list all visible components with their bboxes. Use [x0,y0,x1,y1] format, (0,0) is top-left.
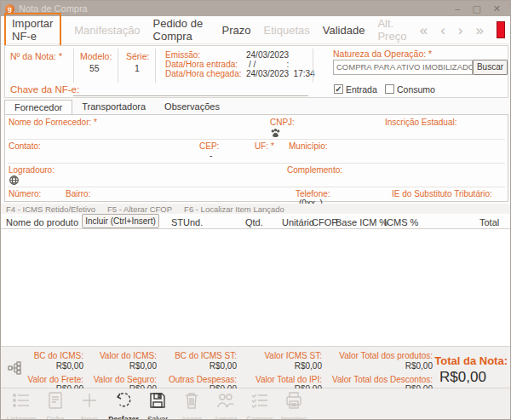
listagem-button[interactable]: Listagem [4,390,38,420]
bottom-toolbar: Listagem Ficha Novo Desfazer Salvar Apag… [1,388,510,420]
uf-field[interactable] [255,151,280,161]
col-st: ST [171,217,183,227]
cnpj-field[interactable] [286,127,371,137]
product-table-header: Nome do produto Incluir (Ctrl+Insert) ST… [1,214,510,229]
shortcut-f4: F4 - ICMS Retido/Efetivo [6,204,95,214]
inscricao-estadual-field[interactable] [385,127,504,137]
nome-fornecedor-field[interactable] [9,127,256,137]
trash-icon [181,390,202,414]
incluir-button[interactable]: Incluir (Ctrl+Insert) [82,214,159,228]
totals-col-5: Valor Total dos produtos: R$0,00 Valor T… [324,347,433,394]
tab-transportadora[interactable]: Transportadora [72,100,155,114]
tab-fornecedor[interactable]: Fornecedor [4,100,72,114]
cep-label: CEP: [199,141,219,151]
bc-icms-st-value: R$0,00 [163,361,237,371]
plus-icon [79,390,100,414]
fields-icon [250,390,270,414]
maximize-button[interactable]: ▢ [472,3,480,14]
col-unitario: Unitário [282,217,314,227]
consumo-checkbox[interactable] [385,84,394,94]
buscar-button[interactable]: Buscar [473,60,508,75]
totals-col-1: BC do ICMS: R$0,00 Valor do Frete: R$0,0… [18,347,83,394]
nav-last-icon[interactable]: » [476,23,484,37]
total-descontos-label: Valor Total dos Descontos: [324,375,433,384]
natureza-label: Natureza da Operação: * [333,49,432,59]
undo-icon [113,390,134,414]
imprime-button[interactable]: Imprime [277,390,311,420]
entrada-checkbox-label[interactable]: Entrada [346,84,377,95]
desfazer-button[interactable]: Desfazer [106,390,141,420]
ie-substituto-label: IE do Substituto Tributário: [392,189,492,198]
total-da-nota-label: Total da Nota: [431,354,508,367]
bc-icms-st-label: BC do ICMS ST: [163,351,237,360]
contato-field[interactable] [9,151,179,161]
titlebar: g Nota de Compra – ▢ ✕ [1,1,510,16]
save-icon [147,390,168,414]
entrada-checkbox[interactable]: ✓ [334,84,343,94]
shortcut-f5: F5 - Alterar CFOP [107,204,172,214]
outras-despesas-label: Outras Despesas: [163,375,237,384]
nav-prev-icon[interactable]: ‹ [440,23,445,37]
novo-button[interactable]: Novo [72,390,106,420]
logradouro-field[interactable] [24,174,262,184]
group-icon [215,390,236,414]
modelo-label: Modelo: [80,51,112,61]
menu-etiquetas: Etiquetas [264,24,310,37]
product-list-area[interactable] [1,229,510,346]
uf-label: UF: * [255,141,274,151]
entrada-value: / / : [249,60,289,69]
col-total: Total [479,217,499,227]
chave-nfe-field[interactable] [73,95,308,96]
close-button[interactable]: ✕ [493,3,501,14]
exit-red-button[interactable] [497,21,505,38]
shortcut-bar: F4 - ICMS Retido/Efetivo F5 - Alterar CF… [1,204,510,214]
col-qtd: Qtd. [245,217,263,227]
salvar-button[interactable]: Salvar [141,390,175,420]
ficha-button[interactable]: Ficha [38,390,72,420]
seguro-label: Valor do Seguro: [89,375,157,384]
shortcut-f6: F6 - Localizar Item Lançado [184,204,284,214]
emissao-value: 24/03/2023 [246,50,289,60]
total-produtos-label: Valor Total dos produtos: [324,351,433,360]
bairro-label: Bairro: [66,189,90,198]
totals-panel: BC do ICMS: R$0,00 Valor do Frete: R$0,0… [1,346,510,388]
entrada-label: Data/Hora entrada: [165,60,238,69]
consumo-checkbox-label[interactable]: Consumo [397,84,435,95]
campos-button[interactable]: Campos [243,390,277,420]
minimize-button[interactable]: – [455,3,460,14]
nav-first-icon[interactable]: « [420,23,428,37]
inscricao-estadual-label: Inscrição Estadual: [385,118,457,127]
cep-value[interactable]: - [210,151,212,160]
agrupa-button[interactable]: Agrupa [209,390,243,420]
complemento-field[interactable] [287,175,474,185]
tab-observacoes[interactable]: Observações [155,100,229,114]
menu-validade[interactable]: Validade [323,24,365,37]
municipio-field[interactable] [289,151,476,161]
totals-col-4: Valor ICMS ST: R$0,00 Valor Total do IPI… [244,347,322,394]
nota-label: Nº da Nota: * [10,51,62,61]
total-da-nota-value: R$0,00 [422,369,503,386]
natureza-input[interactable]: COMPRA PARA ATIVO IMOBILIZADO [333,60,473,75]
chegada-label: Data/Hora chegada: [165,69,242,78]
municipio-label: Município: [289,141,328,151]
list-icon [11,390,32,414]
col-cfop: CFOP [312,217,338,227]
emissao-label: Emissão: [165,50,200,60]
bc-icms-value: R$0,00 [18,361,83,371]
nome-fornecedor-label: Nome do Fornecedor: * [9,118,97,127]
apaga-button[interactable]: Apaga [175,390,209,420]
nav-next-icon[interactable]: › [458,23,463,37]
menu-manifestacao: Manifestação [74,24,140,37]
chave-label: Chave da NF-e: [10,84,79,95]
printer-icon [284,390,304,414]
complemento-label: Complemento: [287,165,342,175]
nota-numero-field[interactable] [10,63,70,73]
total-produtos-value: R$0,00 [324,361,433,371]
app-icon: g [5,4,14,14]
valor-icms-value: R$0,00 [89,361,157,371]
menu-importar-nfe[interactable]: Importar NF-e [4,13,61,47]
serie-value: 1 [135,63,140,73]
menu-prazo[interactable]: Prazo [222,24,251,37]
menu-pedido-de-compra[interactable]: Pedido de Compra [153,17,210,43]
tab-strip: Fornecedor Transportadora Observações [4,100,229,114]
